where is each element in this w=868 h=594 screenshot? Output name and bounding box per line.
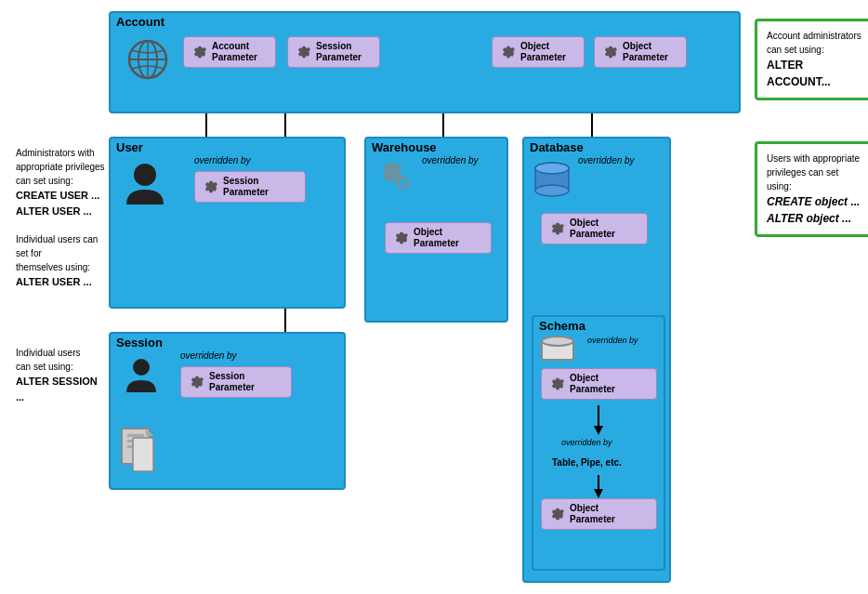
user-label: User bbox=[116, 140, 143, 154]
gear-icon-5 bbox=[203, 178, 219, 195]
warehouse-overridden-label: overridden by bbox=[422, 155, 479, 165]
account-object-param1-label: ObjectParameter bbox=[520, 41, 566, 63]
user-box: User overridden by SessionParameter bbox=[109, 137, 346, 309]
gear-icon-8 bbox=[549, 220, 566, 237]
account-admin-text: Account administrators can set using: AL… bbox=[767, 29, 863, 90]
session-label: Session bbox=[116, 336, 163, 350]
session-document-icon bbox=[120, 427, 159, 477]
svg-rect-33 bbox=[133, 438, 153, 471]
user-session-param-box: SessionParameter bbox=[194, 171, 306, 203]
table-overridden-label: overridden by bbox=[561, 438, 612, 447]
svg-point-37 bbox=[535, 185, 569, 196]
account-session-param-label: SessionParameter bbox=[316, 41, 362, 63]
schema-icon bbox=[541, 336, 574, 365]
globe-icon bbox=[127, 39, 168, 84]
svg-marker-46 bbox=[594, 489, 603, 498]
warehouse-object-param-box: ObjectParameter bbox=[385, 222, 492, 254]
left-session-text: Individual users can set using: ALTER SE… bbox=[16, 346, 104, 404]
account-object-param2-label: ObjectParameter bbox=[623, 41, 668, 63]
warehouse-object-param-label: ObjectParameter bbox=[414, 227, 459, 249]
database-object-param-box: ObjectParameter bbox=[541, 213, 648, 244]
account-param-label: AccountParameter bbox=[212, 41, 257, 63]
schema-overridden-label: overridden by bbox=[587, 336, 638, 345]
table-label: Table, Pipe, etc. bbox=[552, 456, 622, 469]
gear-icon-6 bbox=[189, 374, 205, 390]
account-object-param2-box: ObjectParameter bbox=[594, 36, 687, 68]
table-object-param-label: ObjectParameter bbox=[570, 503, 615, 525]
session-person-icon bbox=[125, 357, 158, 400]
user-privilege-info-box: Users with appropriate privileges can se… bbox=[755, 141, 868, 237]
svg-point-26 bbox=[134, 164, 156, 186]
svg-point-38 bbox=[535, 163, 569, 174]
database-object-param-label: ObjectParameter bbox=[570, 218, 615, 240]
schema-label: Schema bbox=[539, 319, 585, 333]
gear-icon-4 bbox=[602, 44, 619, 60]
svg-marker-44 bbox=[594, 426, 603, 435]
database-overridden-label: overridden by bbox=[578, 155, 635, 165]
svg-rect-29 bbox=[127, 434, 144, 437]
account-box: Account AccountParameter SessionPa bbox=[109, 11, 741, 113]
user-privilege-text: Users with appropriate privileges can se… bbox=[767, 152, 863, 227]
user-session-param-label: SessionParameter bbox=[223, 176, 269, 198]
session-session-param-box: SessionParameter bbox=[180, 366, 292, 398]
database-cylinder-icon bbox=[533, 159, 571, 204]
left-admin-text: Administrators with appropriate privileg… bbox=[16, 146, 109, 290]
account-object-param1-box: ObjectParameter bbox=[492, 36, 585, 68]
account-admin-info-box: Account administrators can set using: AL… bbox=[755, 19, 868, 100]
account-label: Account bbox=[116, 15, 164, 29]
schema-object-param-box: ObjectParameter bbox=[541, 368, 657, 400]
session-overridden-label: overridden by bbox=[180, 350, 237, 361]
gear-icon bbox=[191, 44, 208, 60]
session-box: Session overridden by bbox=[109, 332, 346, 490]
gear-icon-3 bbox=[500, 44, 517, 60]
table-object-param-box: ObjectParameter bbox=[541, 498, 657, 530]
svg-point-42 bbox=[542, 337, 573, 346]
user-overridden-label: overridden by bbox=[194, 155, 251, 165]
gear-icon-2 bbox=[296, 44, 312, 60]
database-box: Database overridden by ObjectParameter S… bbox=[522, 137, 671, 583]
warehouse-gears-icon bbox=[377, 159, 414, 200]
schema-object-param-label: ObjectParameter bbox=[570, 373, 615, 395]
database-label: Database bbox=[530, 140, 584, 154]
user-person-icon bbox=[125, 162, 165, 212]
diagram-container: Account AccountParameter SessionPa bbox=[16, 11, 852, 583]
gear-icon-10 bbox=[549, 506, 566, 522]
gear-icon-9 bbox=[549, 376, 566, 392]
session-session-param-label: SessionParameter bbox=[209, 371, 255, 393]
warehouse-label: Warehouse bbox=[372, 140, 437, 154]
svg-point-27 bbox=[133, 359, 150, 376]
account-session-param-box: SessionParameter bbox=[287, 36, 380, 68]
gear-icon-7 bbox=[393, 230, 410, 246]
account-param-box: AccountParameter bbox=[183, 36, 276, 68]
schema-subbox: Schema overridden by ObjectParameter ove… bbox=[532, 315, 665, 571]
warehouse-box: Warehouse overridden by ObjectParameter bbox=[364, 137, 508, 323]
